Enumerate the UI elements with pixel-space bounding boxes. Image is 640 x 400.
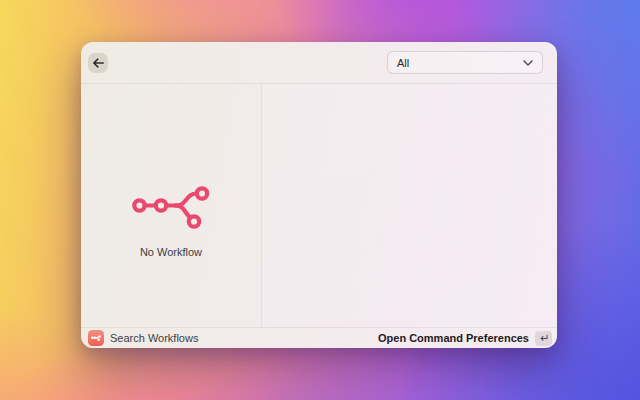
workflow-app-icon [88, 330, 104, 346]
filter-dropdown-value: All [397, 57, 409, 69]
chevron-down-icon [523, 60, 533, 66]
empty-state-label: No Workflow [140, 246, 202, 258]
footer-bar: Search Workflows Open Command Preference… [81, 327, 557, 348]
workflow-detail-panel [262, 84, 557, 327]
footer-action[interactable]: Open Command Preferences [378, 331, 552, 346]
enter-key-badge [535, 331, 552, 346]
window-body: No Workflow [81, 84, 557, 327]
footer-command-label: Search Workflows [110, 332, 198, 344]
filter-dropdown[interactable]: All [387, 51, 543, 74]
command-window: All [81, 42, 557, 348]
window-header: All [81, 42, 557, 84]
arrow-left-icon [91, 57, 105, 69]
workflow-empty-icon [129, 184, 213, 230]
workflow-list-panel: No Workflow [81, 84, 262, 327]
back-button[interactable] [88, 53, 108, 73]
footer-command: Search Workflows [88, 330, 198, 346]
footer-action-label[interactable]: Open Command Preferences [378, 332, 529, 344]
